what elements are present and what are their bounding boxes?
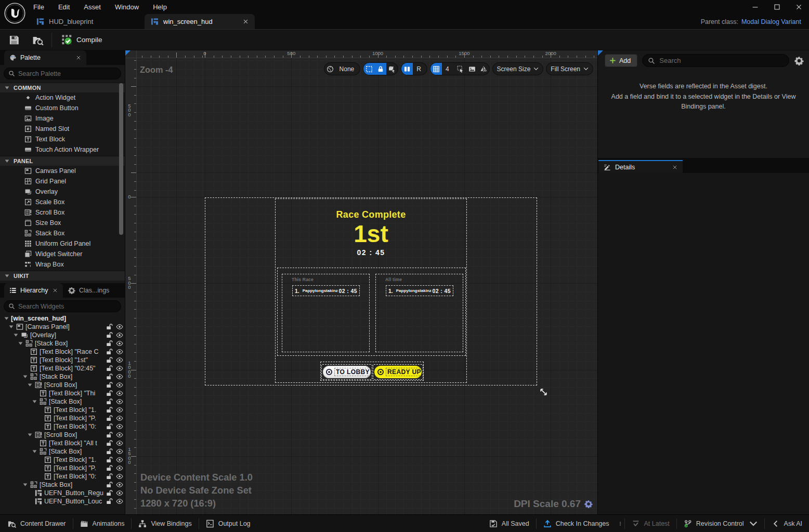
menu-file[interactable]: File <box>33 3 44 11</box>
expand-arrow-icon[interactable] <box>23 375 28 379</box>
palette-section-panel[interactable]: PANEL <box>0 156 125 166</box>
ready-up-button[interactable]: READY UP <box>374 366 422 378</box>
lock-selection-button[interactable] <box>375 63 386 75</box>
hierarchy-search-input[interactable] <box>18 303 116 310</box>
eye-icon[interactable] <box>116 498 123 505</box>
tree-row[interactable]: [Text Block] "1. <box>0 406 125 414</box>
snap-grid-button[interactable] <box>430 63 442 75</box>
tab-details[interactable]: Details <box>598 160 683 173</box>
palette-item-canvas-panel[interactable]: Canvas Panel <box>0 166 125 176</box>
parent-class-link[interactable]: Modal Dialog Variant <box>741 18 801 25</box>
palette-item-wrap-box[interactable]: Wrap Box <box>0 259 125 270</box>
tree-row[interactable]: [Scroll Box] <box>0 381 125 389</box>
tree-row[interactable]: UEFN_Button_Regu <box>0 489 125 497</box>
menu-window[interactable]: Window <box>115 3 139 11</box>
leaderboards-outline[interactable]: This Race1.Pappylongstakinz02 : 45All ti… <box>277 268 466 356</box>
statusbar-at-latest[interactable]: At Latest <box>625 515 676 532</box>
statusbar-all-saved[interactable]: All Saved <box>482 515 536 532</box>
compile-button[interactable]: Compile <box>61 34 102 46</box>
lock-open-icon[interactable] <box>106 356 113 364</box>
lock-open-icon[interactable] <box>106 440 113 447</box>
palette-item-action-widget[interactable]: Action Widget <box>0 92 125 103</box>
tree-row[interactable]: [Text Block] "02:45" <box>0 364 125 373</box>
tree-row[interactable]: [Stack Box] <box>0 373 125 381</box>
palette-item-custom-button[interactable]: Custom Button <box>0 103 125 113</box>
expand-arrow-icon[interactable] <box>14 333 18 337</box>
eye-icon[interactable] <box>116 464 123 472</box>
browse-to-asset-button[interactable] <box>32 35 44 45</box>
screen-size-dropdown-button[interactable]: Screen Size <box>493 65 543 73</box>
stack-box-selection-outline[interactable]: Race Complete1st02 : 45This Race1.Pappyl… <box>275 198 467 383</box>
menu-asset[interactable]: Asset <box>84 3 101 11</box>
expand-arrow-icon[interactable] <box>23 483 28 487</box>
maximize-button[interactable] <box>774 4 780 10</box>
expand-arrow-icon[interactable] <box>32 400 37 404</box>
lock-open-icon[interactable] <box>106 489 113 497</box>
tree-row[interactable]: [Overlay] <box>0 331 125 339</box>
eye-icon[interactable] <box>116 423 123 430</box>
tree-row[interactable]: [Scroll Box] <box>0 431 125 439</box>
marquee-select-button[interactable] <box>363 63 375 75</box>
lock-open-icon[interactable] <box>106 498 113 505</box>
minimize-button[interactable] <box>752 4 759 10</box>
tree-row[interactable]: UEFN_Button_Louc <box>0 497 125 506</box>
more-options-icon[interactable] <box>619 520 621 528</box>
tree-row[interactable]: [Text Block] "P. <box>0 464 125 472</box>
statusbar-check-in-changes[interactable]: Check In Changes <box>537 515 616 532</box>
lock-open-icon[interactable] <box>106 398 113 405</box>
eye-icon[interactable] <box>116 356 123 364</box>
statusbar-revision-control[interactable]: Revision Control <box>677 515 764 532</box>
tree-row[interactable]: [Text Block] "1st" <box>0 356 125 364</box>
verse-search[interactable] <box>642 54 789 67</box>
eye-icon[interactable] <box>116 340 123 347</box>
palette-item-scale-box[interactable]: Scale Box <box>0 197 125 207</box>
hierarchy-search[interactable] <box>4 300 121 312</box>
tree-row[interactable]: [Text Block] "Race C <box>0 348 125 356</box>
tree-row[interactable]: [Text Block] "Thi <box>0 389 125 397</box>
buttons-outline[interactable]: TO LOBBYREADY UP <box>320 362 424 381</box>
lock-open-icon[interactable] <box>106 423 113 430</box>
statusbar-animations[interactable]: Animations <box>73 515 132 532</box>
leaderboard-this-race[interactable]: This Race1.Pappylongstakinz02 : 45 <box>282 274 370 352</box>
eye-icon[interactable] <box>116 373 123 380</box>
statusbar-content-drawer[interactable]: Content Drawer <box>1 515 73 532</box>
surface-none[interactable]: None <box>336 63 360 75</box>
eye-icon[interactable] <box>116 390 123 397</box>
close-tab-icon[interactable] <box>243 19 249 24</box>
eye-icon[interactable] <box>116 473 123 480</box>
expand-arrow-icon[interactable] <box>4 316 9 321</box>
animation-select-button[interactable] <box>386 63 398 75</box>
expand-arrow-icon[interactable] <box>28 433 32 437</box>
lock-open-icon[interactable] <box>106 381 113 389</box>
verse-settings-gear-icon[interactable] <box>794 56 804 65</box>
dpi-settings-gear-icon[interactable] <box>584 500 593 508</box>
respect-locks-toggle[interactable]: R <box>413 63 427 75</box>
lock-open-icon[interactable] <box>106 348 113 355</box>
eye-icon[interactable] <box>116 448 123 455</box>
lock-open-icon[interactable] <box>106 365 113 372</box>
tree-row[interactable]: [Stack Box] <box>0 447 125 456</box>
lock-open-icon[interactable] <box>106 323 113 330</box>
tree-row[interactable]: [Text Block] "1. <box>0 456 125 464</box>
menu-edit[interactable]: Edit <box>58 3 70 11</box>
eye-icon[interactable] <box>116 440 123 447</box>
lock-open-icon[interactable] <box>106 331 113 339</box>
surface-globe-button[interactable] <box>324 63 336 75</box>
select-widget-button[interactable] <box>455 63 466 75</box>
palette-item-overlay[interactable]: Overlay <box>0 187 125 197</box>
tab-palette[interactable]: Palette <box>4 50 86 65</box>
tree-row[interactable]: [Stack Box] <box>0 397 125 406</box>
lock-open-icon[interactable] <box>106 448 113 455</box>
tree-row[interactable]: [win_screen_hud] <box>0 314 125 323</box>
eye-icon[interactable] <box>116 348 123 355</box>
lock-open-icon[interactable] <box>106 456 113 463</box>
eye-icon[interactable] <box>116 456 123 463</box>
palette-item-text-block[interactable]: Text Block <box>0 134 125 144</box>
tab-hud-blueprint[interactable]: HUD_blueprint <box>30 14 99 29</box>
leaderboard-all-time[interactable]: All time1.Pappylongstakinz02 : 45 <box>375 274 463 352</box>
palette-section-common[interactable]: COMMON <box>0 83 125 92</box>
palette-item-stack-box[interactable]: Stack Box <box>0 228 125 238</box>
tree-row[interactable]: [Text Block] "All t <box>0 439 125 447</box>
preview-background-button[interactable] <box>466 63 478 75</box>
layout-mode-button[interactable] <box>401 63 413 75</box>
